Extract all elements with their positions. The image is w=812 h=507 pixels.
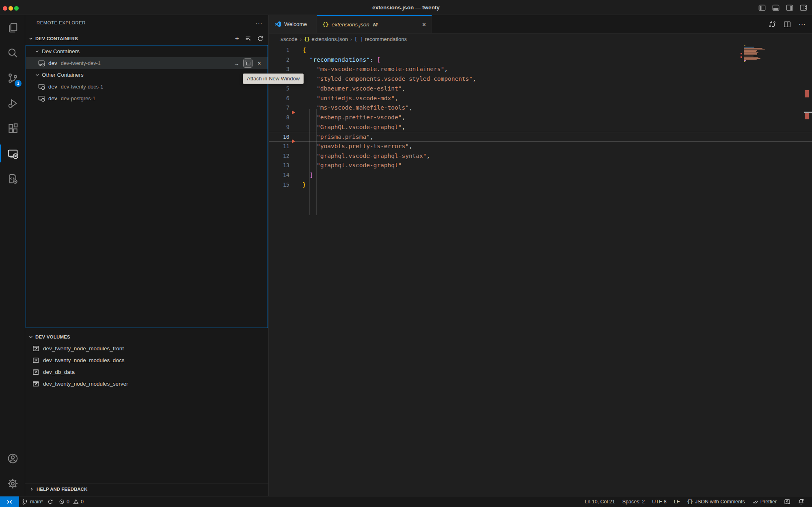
open-changes-icon[interactable] <box>769 21 776 28</box>
accounts-icon[interactable] <box>0 446 25 471</box>
section-dev-containers[interactable]: DEV CONTAINERS + <box>25 32 268 45</box>
new-container-plus-icon[interactable]: + <box>235 35 239 43</box>
line-text: ] <box>302 170 313 180</box>
language-mode-item[interactable]: {} JSON with Comments <box>683 499 748 505</box>
toggle-secondary-sidebar-icon[interactable] <box>786 4 793 11</box>
minimap-line <box>744 54 757 55</box>
minimap-marker <box>741 56 742 58</box>
line-number: 9 <box>269 123 289 132</box>
code-line[interactable]: 9 "GraphQL.vscode-graphql", <box>269 123 812 132</box>
minimap-line <box>744 51 756 52</box>
tree-item-dev-twenty-docs-1[interactable]: dev dev-twenty-docs-1 <box>26 81 268 93</box>
tab-bar: Welcome {} extensions.json M × ··· <box>269 15 812 34</box>
stop-container-icon[interactable]: × <box>255 59 263 67</box>
minimap-line <box>744 47 754 47</box>
code-line[interactable]: 15} <box>269 180 812 190</box>
line-number: 6 <box>269 94 289 104</box>
tooltip-attach-in-new-window: Attach in New Window <box>243 73 304 84</box>
tab-welcome[interactable]: Welcome <box>269 15 317 33</box>
line-text: "dbaeumer.vscode-eslint", <box>302 84 405 94</box>
json-file-icon: {} <box>322 22 329 28</box>
code-line[interactable]: 12 "graphql.vscode-graphql-syntax", <box>269 151 812 161</box>
code-line[interactable]: 6 "unifiedjs.vscode-mdx", <box>269 94 812 104</box>
tree-group-other-containers[interactable]: Other Containers <box>26 69 268 81</box>
remote-explorer-icon[interactable] <box>0 141 25 166</box>
breadcrumb-folder[interactable]: .vscode <box>279 36 298 42</box>
encoding-item[interactable]: UTF-8 <box>648 499 670 505</box>
minimap-line <box>744 59 757 60</box>
volume-label: dev_twenty_node_modules_front <box>43 345 124 352</box>
section-help-and-feedback[interactable]: HELP AND FEEDBACK <box>25 483 268 495</box>
minimap-line <box>744 60 746 61</box>
overview-ruler[interactable] <box>804 45 812 496</box>
code-line[interactable]: 14 ] <box>269 170 812 180</box>
line-number: 12 <box>269 151 289 161</box>
feedback-item[interactable] <box>780 498 794 505</box>
tab-close-icon[interactable]: × <box>422 22 426 28</box>
code-line[interactable]: 10 "prisma.prisma", <box>269 132 812 142</box>
sidebar-more-actions-icon[interactable]: ··· <box>255 21 263 25</box>
attach-container-icon[interactable]: → <box>232 59 241 67</box>
error-icon <box>59 499 65 505</box>
dev-volumes-list: dev_twenty_node_modules_front dev_twenty… <box>25 343 268 390</box>
volume-item[interactable]: dev_twenty_node_modules_docs <box>25 354 268 366</box>
cursor-position-item[interactable]: Ln 10, Col 21 <box>581 499 618 505</box>
minimap-line <box>744 61 745 62</box>
toggle-primary-sidebar-icon[interactable] <box>758 4 766 11</box>
git-branch-item[interactable]: main* <box>19 496 56 507</box>
toggle-panel-icon[interactable] <box>772 4 780 11</box>
indentation-item[interactable]: Spaces: 2 <box>619 499 649 505</box>
extensions-icon[interactable] <box>0 116 25 141</box>
tree-group-dev-containers[interactable]: Dev Containers <box>26 45 268 57</box>
customize-layout-icon[interactable] <box>800 4 807 11</box>
problems-item[interactable]: 0 0 <box>56 496 86 507</box>
search-icon[interactable] <box>0 40 25 65</box>
chevron-down-icon <box>28 35 34 42</box>
code-line[interactable]: 13 "graphql.vscode-graphql" <box>269 161 812 170</box>
tree-item-dev-twenty-dev-1[interactable]: dev dev-twenty-dev-1 → × <box>26 57 268 69</box>
code-line[interactable]: 1{ <box>269 45 812 55</box>
sync-icon[interactable] <box>48 499 53 505</box>
notifications-item[interactable] <box>794 498 808 505</box>
overview-ruler-mark <box>805 90 809 97</box>
filter-icon[interactable] <box>245 35 251 42</box>
code-line[interactable]: 5 "dbaeumer.vscode-eslint", <box>269 84 812 94</box>
explorer-icon[interactable] <box>0 15 25 40</box>
code-line[interactable]: 3 "ms-vscode-remote.remote-containers", <box>269 65 812 74</box>
section-dev-volumes[interactable]: DEV VOLUMES <box>25 331 268 343</box>
tab-extensions-json[interactable]: {} extensions.json M × <box>317 15 432 33</box>
split-editor-icon[interactable] <box>784 21 791 28</box>
breadcrumb-file[interactable]: extensions.json <box>311 36 348 42</box>
line-number: 14 <box>269 170 289 180</box>
attach-new-window-icon[interactable] <box>244 59 252 67</box>
code-line[interactable]: 8 "esbenp.prettier-vscode", <box>269 113 812 123</box>
code-line[interactable]: 2 "recommendations": [ <box>269 55 812 65</box>
minimap[interactable] <box>739 45 769 64</box>
eol-item[interactable]: LF <box>670 499 684 505</box>
chevron-down-icon <box>34 72 40 78</box>
run-debug-icon[interactable] <box>0 91 25 116</box>
vscode-logo-icon <box>274 21 281 28</box>
volume-label: dev_twenty_node_modules_server <box>43 381 128 387</box>
refresh-icon[interactable] <box>257 35 263 42</box>
settings-gear-icon[interactable] <box>0 471 25 496</box>
section-label: HELP AND FEEDBACK <box>37 487 87 492</box>
code-line[interactable]: 4 "styled-components.vscode-styled-compo… <box>269 74 812 84</box>
volume-item[interactable]: dev_db_data <box>25 366 268 378</box>
source-control-icon[interactable]: 1 <box>0 65 25 91</box>
title-bar: extensions.json — twenty <box>0 0 812 15</box>
breadcrumb-symbol[interactable]: recommendations <box>365 36 407 42</box>
volume-item[interactable]: dev_twenty_node_modules_front <box>25 343 268 354</box>
gutter-marker-icon <box>292 139 295 143</box>
remote-indicator[interactable] <box>0 496 19 507</box>
more-actions-icon[interactable]: ··· <box>799 20 806 28</box>
code-line[interactable]: 7 "ms-vscode.makefile-tools", <box>269 103 812 113</box>
container-tools-icon[interactable] <box>0 166 25 191</box>
formatter-item[interactable]: Prettier <box>749 499 780 505</box>
tree-item-dev-postgres-1[interactable]: dev dev-postgres-1 <box>26 93 268 104</box>
code-editor[interactable]: 1{2 "recommendations": [3 "ms-vscode-rem… <box>269 45 812 496</box>
volume-item[interactable]: dev_twenty_node_modules_server <box>25 378 268 390</box>
container-running-icon <box>38 60 45 67</box>
warning-count: 0 <box>81 499 84 505</box>
code-line[interactable]: 11 "yoavbls.pretty-ts-errors", <box>269 142 812 151</box>
